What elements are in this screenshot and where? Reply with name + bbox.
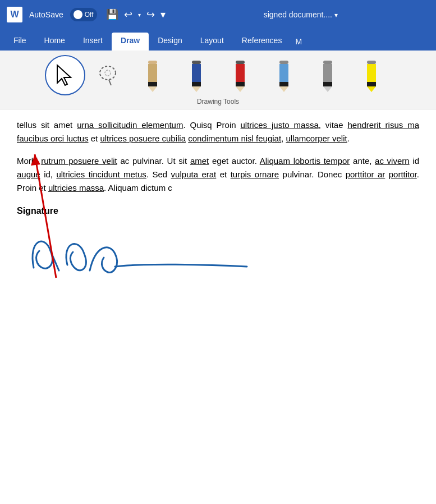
pencil-red-tool[interactable]	[220, 55, 260, 95]
svg-rect-25	[367, 64, 376, 82]
svg-marker-7	[148, 86, 157, 92]
tab-insert[interactable]: Insert	[74, 33, 112, 51]
tab-draw[interactable]: Draw	[112, 33, 149, 51]
tab-layout[interactable]: Layout	[191, 33, 233, 51]
customize-icon[interactable]: ▾	[160, 8, 166, 21]
toggle-state: Off	[85, 11, 94, 19]
tab-more[interactable]: M	[291, 34, 306, 51]
pencil-blue-icon	[187, 58, 205, 92]
pencil-tan-icon	[144, 58, 162, 92]
svg-rect-24	[367, 61, 376, 64]
marker-gray-icon	[319, 58, 337, 92]
undo-icon[interactable]: ↩	[124, 8, 132, 21]
svg-rect-22	[323, 82, 332, 86]
marker-gray-tool[interactable]	[308, 55, 348, 95]
svg-rect-17	[279, 64, 288, 82]
pencil-blue-tool[interactable]	[176, 55, 217, 95]
autosave-toggle[interactable]: Off	[70, 8, 97, 21]
svg-point-2	[105, 70, 111, 76]
word-icon: W	[7, 7, 22, 22]
svg-marker-19	[279, 86, 288, 92]
svg-marker-23	[323, 86, 332, 92]
svg-rect-14	[236, 82, 245, 86]
signature-area	[17, 223, 419, 283]
svg-marker-0	[57, 65, 71, 85]
svg-rect-12	[236, 61, 245, 64]
svg-rect-10	[192, 82, 201, 86]
pencil-teal-icon	[275, 58, 293, 92]
svg-rect-21	[323, 64, 332, 82]
pencil-teal-tool[interactable]	[264, 55, 304, 95]
svg-rect-16	[279, 61, 288, 64]
marker-yellow-tool[interactable]	[351, 55, 392, 95]
marker-yellow-icon	[362, 58, 380, 92]
undo-dropdown-icon[interactable]: ▾	[138, 12, 141, 18]
svg-rect-20	[323, 61, 332, 64]
tab-design[interactable]: Design	[149, 33, 191, 51]
pencil-tan-tool[interactable]	[132, 55, 173, 95]
toolbar-tools-row	[45, 55, 392, 98]
doc-paragraph-1: tellus sit amet urna sollicitudin elemen…	[17, 118, 419, 145]
save-icon[interactable]: 💾	[106, 8, 118, 21]
svg-rect-9	[192, 64, 201, 82]
drawing-toolbar: Drawing Tools	[0, 51, 436, 109]
svg-marker-11	[192, 86, 201, 92]
svg-rect-13	[236, 64, 245, 82]
svg-marker-15	[236, 86, 245, 92]
title-bar-icons: 💾 ↩ ▾ ↪ ▾	[106, 8, 166, 21]
pencil-red-icon	[231, 58, 249, 92]
tab-home[interactable]: Home	[35, 33, 74, 51]
cursor-icon	[53, 63, 77, 88]
svg-line-3	[109, 80, 111, 85]
tab-references[interactable]: References	[233, 33, 291, 51]
doc-paragraph-2: Morbi rutrum posuere velit ac pulvinar. …	[17, 154, 419, 195]
lasso-icon	[97, 63, 121, 88]
redo-icon[interactable]: ↪	[146, 8, 155, 21]
svg-point-1	[100, 66, 116, 80]
toggle-circle	[74, 10, 82, 19]
svg-rect-4	[148, 61, 157, 64]
svg-rect-26	[367, 82, 376, 86]
ribbon-tabs: File Home Insert Draw Design Layout Refe…	[0, 29, 436, 51]
document-area: tellus sit amet urna sollicitudin elemen…	[0, 109, 436, 504]
lasso-tool[interactable]	[89, 55, 129, 95]
cursor-tool[interactable]	[45, 55, 85, 95]
signature-svg	[17, 223, 253, 279]
svg-rect-6	[148, 82, 157, 86]
svg-rect-8	[192, 61, 201, 64]
doc-title: signed document.... ▾	[172, 10, 429, 19]
doc-dropdown-icon[interactable]: ▾	[334, 11, 338, 19]
svg-rect-5	[148, 64, 157, 82]
autosave-label: AutoSave	[29, 10, 63, 19]
svg-rect-18	[279, 82, 288, 86]
drawing-tools-label: Drawing Tools	[197, 98, 239, 107]
svg-marker-27	[367, 86, 376, 92]
tab-file[interactable]: File	[4, 33, 35, 51]
signature-label: Signature	[17, 204, 419, 218]
title-bar: W AutoSave Off 💾 ↩ ▾ ↪ ▾ signed document…	[0, 0, 436, 29]
